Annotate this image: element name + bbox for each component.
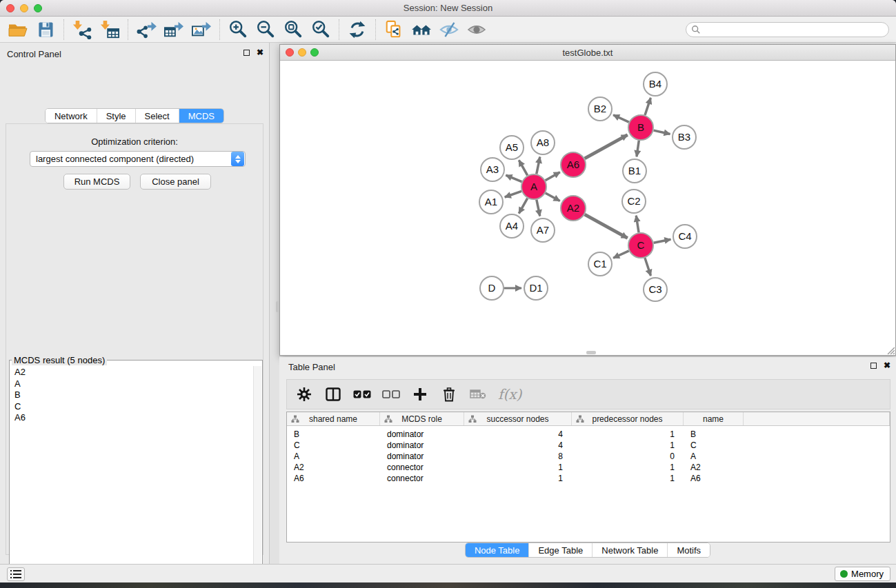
edge-A-A6[interactable] [546, 172, 560, 181]
table-cell[interactable]: 1 [572, 440, 684, 451]
table-cell[interactable]: B [287, 429, 380, 440]
table-cell[interactable]: connector [380, 473, 464, 484]
result-item[interactable]: C [11, 401, 252, 413]
table-row[interactable]: Bdominator41B [287, 429, 890, 440]
result-scrollbar[interactable] [253, 366, 261, 588]
first-neighbors-icon[interactable] [408, 19, 435, 41]
table-cell[interactable]: 4 [464, 429, 572, 440]
deselect-all-checkboxes-icon[interactable] [382, 385, 400, 403]
table-cell[interactable]: A6 [684, 473, 744, 484]
table-cell[interactable]: dominator [380, 451, 464, 462]
table-cell[interactable]: connector [380, 462, 464, 473]
save-session-icon[interactable] [32, 19, 59, 41]
table-row[interactable]: Adominator80A [287, 451, 890, 462]
edge-B-B2[interactable] [613, 115, 629, 122]
hide-selection-icon[interactable] [435, 19, 463, 41]
column-header-predecessor-nodes[interactable]: predecessor nodes [572, 412, 684, 425]
table-cell[interactable]: A2 [287, 462, 380, 473]
tab-select[interactable]: Select [135, 109, 179, 123]
zoom-in-icon[interactable] [224, 19, 252, 41]
task-history-button[interactable] [7, 567, 25, 581]
column-header-shared-name[interactable]: shared name [287, 412, 380, 425]
network-canvas[interactable]: B4B2BB3A8A5A6A3B1AC2A1A2A4A7C4CC1C3DD1 [281, 61, 895, 354]
table-row[interactable]: A2connector11A2 [287, 462, 890, 473]
resize-grip-icon[interactable] [886, 345, 895, 354]
edge-B-B3[interactable] [654, 130, 670, 134]
export-table-icon[interactable] [160, 19, 188, 41]
edge-C-C1[interactable] [613, 251, 629, 258]
delete-column-icon[interactable] [440, 385, 458, 403]
refresh-icon[interactable] [344, 19, 371, 41]
zoom-fit-icon[interactable] [279, 19, 307, 41]
tab-network-table[interactable]: Network Table [592, 543, 667, 557]
zoom-out-icon[interactable] [252, 19, 279, 41]
table-cell[interactable]: 1 [464, 473, 572, 484]
edge-A-A2[interactable] [546, 193, 560, 201]
table-cell[interactable]: C [287, 440, 380, 451]
table-row[interactable]: Cdominator41C [287, 440, 890, 451]
run-mcds-button[interactable]: Run MCDS [63, 174, 130, 190]
edge-A-A4[interactable] [519, 199, 527, 214]
zoom-selected-icon[interactable] [307, 19, 335, 41]
table-cell[interactable]: 1 [572, 473, 684, 484]
table-cell[interactable]: C [684, 440, 744, 451]
close-panel-icon[interactable]: ✖ [257, 49, 263, 56]
search-box[interactable] [686, 22, 889, 37]
import-table-icon[interactable] [96, 19, 123, 41]
edge-A-A7[interactable] [537, 200, 540, 216]
table-settings-icon[interactable] [295, 385, 313, 403]
table-cell[interactable]: dominator [380, 429, 464, 440]
table-cell[interactable]: A [287, 451, 380, 462]
column-visibility-icon[interactable] [324, 385, 342, 403]
result-item[interactable]: A [11, 378, 252, 390]
horizontal-scrollbar-thumb[interactable] [586, 351, 596, 354]
export-image-icon[interactable] [188, 19, 215, 41]
edge-B-B4[interactable] [645, 98, 650, 115]
column-header-successor-nodes[interactable]: successor nodes [464, 412, 572, 425]
result-item[interactable]: B [11, 389, 252, 401]
edge-C-C4[interactable] [654, 239, 671, 243]
table-cell[interactable]: dominator [380, 440, 464, 451]
table-cell[interactable]: 4 [464, 440, 572, 451]
table-cell[interactable]: 1 [572, 429, 684, 440]
tab-edge-table[interactable]: Edge Table [528, 543, 592, 557]
new-network-from-selection-icon[interactable] [380, 19, 408, 41]
table-cell[interactable]: 8 [464, 451, 572, 462]
column-header-MCDS-role[interactable]: MCDS role [380, 412, 464, 425]
table-cell[interactable]: A6 [287, 473, 380, 484]
result-item[interactable]: A2 [11, 367, 252, 378]
table-row[interactable]: A6connector11A6 [287, 473, 890, 484]
tab-style[interactable]: Style [97, 109, 135, 123]
search-input[interactable] [701, 23, 888, 36]
table-cell[interactable]: 1 [572, 462, 684, 473]
network-window-titlebar[interactable]: testGlobe.txt [280, 45, 895, 61]
edge-C-C2[interactable] [636, 216, 639, 232]
add-column-icon[interactable] [411, 385, 429, 403]
tab-mcds[interactable]: MCDS [179, 109, 223, 123]
edge-A2-C[interactable] [585, 214, 628, 238]
edge-A-A1[interactable] [505, 191, 521, 197]
table-cell[interactable]: 0 [572, 451, 684, 462]
open-session-icon[interactable] [4, 19, 32, 41]
tab-network[interactable]: Network [46, 109, 97, 123]
export-network-icon[interactable] [132, 19, 160, 41]
select-all-checkboxes-icon[interactable] [353, 385, 371, 403]
edge-A6-B[interactable] [585, 135, 628, 159]
tab-motifs[interactable]: Motifs [667, 543, 710, 557]
table-cell[interactable]: B [684, 429, 744, 440]
edge-A-A8[interactable] [537, 157, 540, 174]
table-cell[interactable]: A2 [684, 462, 744, 473]
result-item[interactable]: A6 [11, 412, 252, 424]
edge-B-B1[interactable] [637, 141, 639, 156]
node-table[interactable]: shared nameMCDS rolesuccessor nodesprede… [286, 412, 890, 543]
vertical-scrollbar-thumb[interactable] [276, 301, 279, 312]
edge-A-A5[interactable] [519, 160, 527, 175]
memory-button[interactable]: Memory [835, 567, 890, 581]
close-table-panel-icon[interactable]: ✖ [884, 362, 890, 369]
show-all-icon[interactable] [463, 19, 490, 41]
optimization-criterion-select[interactable]: largest connected component (directed) [30, 151, 246, 167]
table-cell[interactable]: 1 [464, 462, 572, 473]
edge-A-A3[interactable] [506, 175, 521, 182]
column-header-name[interactable]: name [684, 412, 744, 425]
table-cell[interactable]: A [684, 451, 744, 462]
